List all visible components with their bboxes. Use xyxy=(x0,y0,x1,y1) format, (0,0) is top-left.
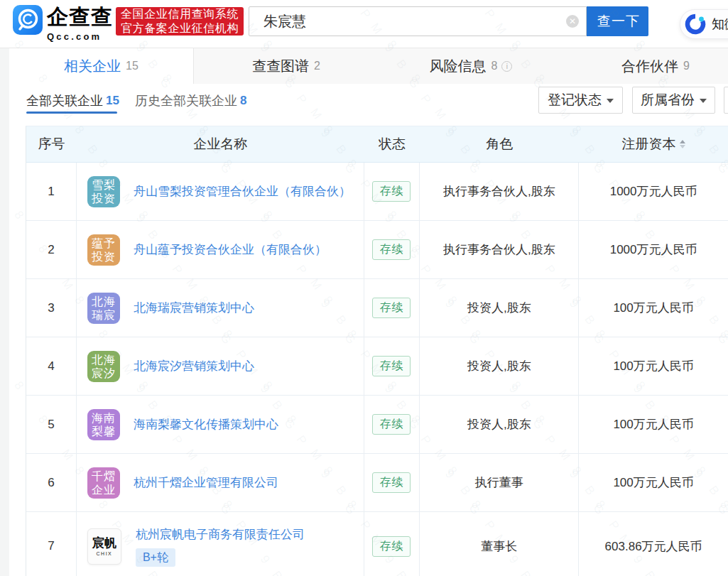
zhiwei-assistant-button[interactable]: 知微 xyxy=(680,9,728,39)
chevron-down-icon xyxy=(700,99,707,103)
company-name-link[interactable]: 北海宸汐营销策划中心 xyxy=(134,358,254,374)
row-status-cell: 存续 xyxy=(364,279,420,337)
row-capital: 1000万元人民币 xyxy=(579,221,728,278)
qcc-logo-text[interactable]: 企查查 Qcc.com xyxy=(47,4,116,43)
row-seq: 3 xyxy=(26,279,77,337)
table-row: 4北海宸汐北海宸汐营销策划中心存续投资人,股东100万元人民币 xyxy=(26,337,728,396)
row-seq: 6 xyxy=(26,454,77,511)
row-capital: 1000万元人民币 xyxy=(579,163,728,220)
row-seq: 1 xyxy=(26,163,77,220)
tab-bar: 相关企业 15 查查图谱 2 风险信息 8 i 合作伙伴 9 xyxy=(9,48,728,84)
table-header: 序号 企业名称 状态 角色 注册资本 xyxy=(26,126,728,163)
company-name-link[interactable]: 杭州宸帆电子商务有限责任公司 xyxy=(136,526,305,543)
company-logo[interactable]: 千熠企业 xyxy=(87,467,120,499)
clear-search-icon[interactable]: ✕ xyxy=(566,15,579,28)
status-badge[interactable]: 存续 xyxy=(372,298,411,318)
certification-badge-line2: 官方备案企业征信机构 xyxy=(121,21,239,36)
row-seq: 7 xyxy=(26,512,77,576)
company-name-link[interactable]: 北海瑞宸营销策划中心 xyxy=(134,300,254,316)
row-name-cell: 雪梨投资舟山雪梨投资管理合伙企业（有限合伙） xyxy=(77,163,364,220)
status-badge[interactable]: 存续 xyxy=(372,472,411,493)
col-seq: 序号 xyxy=(26,135,77,153)
row-status-cell: 存续 xyxy=(364,512,420,576)
row-role: 执行事务合伙人,股东 xyxy=(420,163,579,220)
status-badge[interactable]: 存续 xyxy=(372,239,411,260)
company-logo[interactable]: 雪梨投资 xyxy=(87,176,120,207)
row-name-cell: 蕴予投资舟山蕴予投资合伙企业（有限合伙） xyxy=(77,221,364,278)
funding-round-badge[interactable]: B+轮 xyxy=(136,548,175,567)
search-button[interactable]: 查一下 xyxy=(587,6,648,36)
tab-chart[interactable]: 查查图谱 2 xyxy=(194,48,379,84)
row-capital: 603.86万元人民币 xyxy=(579,512,728,576)
company-name-link[interactable]: 舟山蕴予投资合伙企业（有限合伙） xyxy=(134,241,327,258)
row-name-cell: 宸帆CHIX杭州宸帆电子商务有限责任公司B+轮 xyxy=(77,512,364,576)
col-role: 角色 xyxy=(420,135,579,153)
table-row: 2蕴予投资舟山蕴予投资合伙企业（有限合伙）存续执行事务合伙人,股东1000万元人… xyxy=(26,221,728,279)
qcc-logo-title: 企查查 xyxy=(47,4,116,30)
search-input[interactable] xyxy=(249,6,587,36)
tab-partners[interactable]: 合作伙伴 9 xyxy=(563,48,728,84)
chevron-down-icon xyxy=(607,99,614,103)
row-name-cell: 千熠企业杭州千熠企业管理有限公司 xyxy=(77,454,364,511)
status-badge[interactable]: 存续 xyxy=(372,356,411,376)
row-role: 董事长 xyxy=(420,512,579,576)
subtab-all-related[interactable]: 全部关联企业 15 xyxy=(26,92,119,110)
company-name-link[interactable]: 舟山雪梨投资管理合伙企业（有限合伙） xyxy=(134,183,351,200)
qcc-logo-subtitle: Qcc.com xyxy=(47,31,116,43)
status-badge[interactable]: 存续 xyxy=(372,181,411,202)
certification-badge-line1: 全国企业信用查询系统 xyxy=(121,7,239,21)
col-name: 企业名称 xyxy=(77,135,364,153)
table-row: 5海南梨馨海南梨馨文化传播策划中心存续投资人,股东100万元人民币 xyxy=(26,396,728,454)
row-seq: 5 xyxy=(26,396,77,453)
company-logo[interactable]: 海南梨馨 xyxy=(87,409,120,440)
row-role: 投资人,股东 xyxy=(420,279,579,337)
row-status-cell: 存续 xyxy=(364,454,420,511)
status-badge[interactable]: 存续 xyxy=(372,536,411,557)
companies-table: 序号 企业名称 状态 角色 注册资本 1雪梨投资舟山雪梨投资管理合伙企业（有限合… xyxy=(26,126,728,576)
company-name-link[interactable]: 海南梨馨文化传播策划中心 xyxy=(134,416,278,433)
row-capital: 100万元人民币 xyxy=(579,396,728,453)
table-row: 7宸帆CHIX杭州宸帆电子商务有限责任公司B+轮存续董事长603.86万元人民币 xyxy=(26,512,728,576)
company-logo[interactable]: 蕴予投资 xyxy=(87,234,120,266)
table-body: 1雪梨投资舟山雪梨投资管理合伙企业（有限合伙）存续执行事务合伙人,股东1000万… xyxy=(26,163,728,576)
row-seq: 4 xyxy=(26,337,77,395)
tab-related-companies[interactable]: 相关企业 15 xyxy=(9,48,194,84)
tab-risk-info[interactable]: 风险信息 8 i xyxy=(379,48,563,84)
row-status-cell: 存续 xyxy=(364,221,420,278)
zhiwei-logo-icon xyxy=(684,13,707,36)
row-name-cell: 海南梨馨海南梨馨文化传播策划中心 xyxy=(77,396,364,453)
filter-more[interactable] xyxy=(724,87,728,114)
row-capital: 100万元人民币 xyxy=(579,337,728,395)
filter-province[interactable]: 所属省份 xyxy=(632,87,715,114)
row-status-cell: 存续 xyxy=(364,396,420,453)
col-capital[interactable]: 注册资本 xyxy=(579,135,728,153)
table-row: 3北海瑞宸北海瑞宸营销策划中心存续投资人,股东100万元人民币 xyxy=(26,279,728,337)
row-capital: 100万元人民币 xyxy=(579,279,728,337)
qcc-logo-icon[interactable] xyxy=(13,5,43,35)
info-icon[interactable]: i xyxy=(501,61,512,72)
row-role: 执行事务合伙人,股东 xyxy=(420,221,579,278)
row-status-cell: 存续 xyxy=(364,163,420,220)
company-name-link[interactable]: 杭州千熠企业管理有限公司 xyxy=(134,474,278,491)
row-seq: 2 xyxy=(26,221,77,278)
company-logo[interactable]: 宸帆CHIX xyxy=(87,528,121,565)
company-logo[interactable]: 北海宸汐 xyxy=(87,351,120,382)
row-role: 投资人,股东 xyxy=(420,337,579,395)
sub-tab-bar: 全部关联企业 15 历史全部关联企业 8 登记状态 所属省份 xyxy=(9,84,728,126)
row-role: 投资人,股东 xyxy=(420,396,579,453)
filter-registration-status[interactable]: 登记状态 xyxy=(538,87,623,114)
page: 企查查 Qcc.com 全国企业信用查询系统 官方备案企业征信机构 ✕ 查一下 … xyxy=(0,0,728,576)
row-capital: 100万元人民币 xyxy=(579,454,728,511)
company-logo[interactable]: 北海瑞宸 xyxy=(87,293,120,324)
row-status-cell: 存续 xyxy=(364,337,420,395)
status-badge[interactable]: 存续 xyxy=(372,414,411,435)
table-row: 1雪梨投资舟山雪梨投资管理合伙企业（有限合伙）存续执行事务合伙人,股东1000万… xyxy=(26,163,728,221)
col-status: 状态 xyxy=(364,135,420,153)
zhiwei-label: 知微 xyxy=(712,16,728,33)
certification-badge: 全国企业信用查询系统 官方备案企业征信机构 xyxy=(116,7,244,36)
subtab-history-related[interactable]: 历史全部关联企业 8 xyxy=(135,92,246,110)
subtab-active-underline xyxy=(26,112,117,114)
sort-icon[interactable] xyxy=(680,140,685,148)
main-panel: 相关企业 15 查查图谱 2 风险信息 8 i 合作伙伴 9 全部关联企业 15 xyxy=(9,48,728,576)
top-bar: 企查查 Qcc.com 全国企业信用查询系统 官方备案企业征信机构 ✕ 查一下 … xyxy=(0,0,728,48)
